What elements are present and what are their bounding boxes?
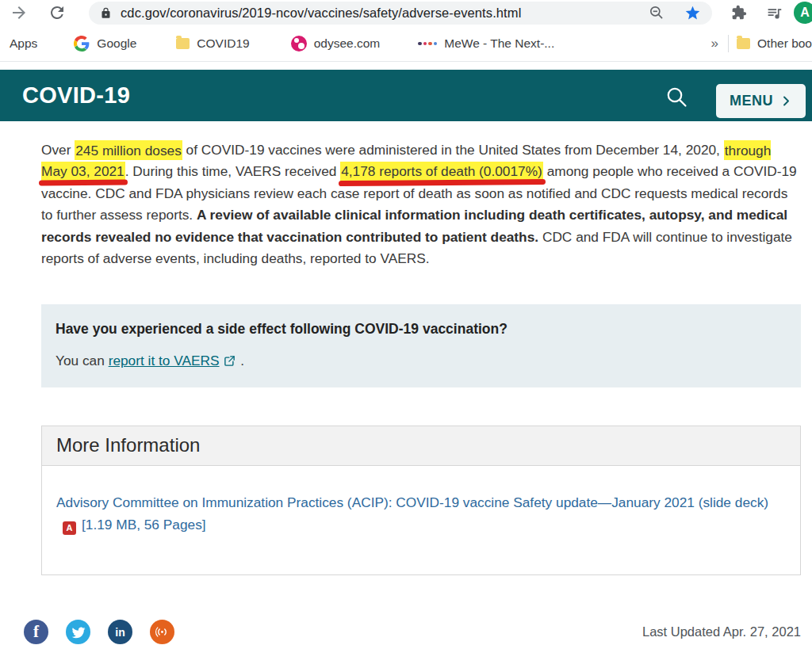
highlight-deaths: 4,178 reports of death (0.0017%) — [340, 162, 543, 181]
paragraph-text: of COVID-19 vaccines were administered i… — [182, 142, 724, 158]
social-icons: f in — [24, 620, 174, 644]
bookmark-label: Google — [97, 36, 136, 51]
callout-text: . — [237, 353, 245, 368]
bookmark-folder-other[interactable]: Other boo — [737, 36, 812, 51]
syndicate-icon[interactable] — [150, 620, 174, 644]
acip-pdf-link[interactable]: Advisory Committee on Immunization Pract… — [56, 494, 768, 532]
bookmark-label: MeWe - The Next-... — [444, 36, 554, 51]
menu-button[interactable]: MENU — [716, 84, 806, 118]
pdf-file-info: [1.19 MB, 56 Pages] — [82, 517, 206, 532]
mewe-icon — [418, 42, 437, 46]
bookmark-label: Other boo — [757, 36, 812, 51]
forward-icon[interactable] — [10, 3, 29, 22]
vaers-link[interactable]: report it to VAERS — [109, 353, 220, 368]
red-underline-deaths: 4,178 reports of death (0.0017%) — [341, 163, 542, 179]
facebook-icon[interactable]: f — [24, 620, 48, 644]
more-information-title: More Information — [42, 426, 800, 466]
folder-icon — [176, 38, 190, 49]
bookmarks-bar: Apps Google COVID19 odysee.com MeWe - Th… — [0, 26, 812, 62]
extensions-puzzle-icon[interactable] — [731, 5, 747, 21]
browser-profile-avatar[interactable]: A — [794, 2, 812, 24]
bookmark-label: COVID19 — [197, 36, 249, 51]
side-effect-callout: Have you experienced a side effect follo… — [41, 304, 801, 387]
callout-text: You can — [56, 353, 109, 368]
bookmarks-divider — [728, 35, 729, 52]
bookmark-mewe[interactable]: MeWe - The Next-... — [418, 36, 554, 51]
bookmark-google[interactable]: Google — [74, 36, 136, 52]
site-search-icon[interactable] — [665, 85, 688, 109]
bookmark-star-icon[interactable] — [684, 5, 701, 21]
lock-icon — [100, 6, 112, 20]
url-text[interactable]: cdc.gov/coronavirus/2019-ncov/vaccines/s… — [121, 6, 642, 21]
media-playlist-icon[interactable] — [766, 5, 783, 21]
google-logo-icon — [74, 36, 90, 52]
paragraph-text: through — [725, 142, 772, 158]
reload-icon[interactable] — [48, 3, 67, 22]
pdf-icon: A — [63, 521, 76, 535]
site-title: COVID-19 — [22, 82, 130, 109]
more-information-box: More Information Advisory Committee on I… — [41, 426, 801, 575]
bookmark-folder-covid19[interactable]: COVID19 — [176, 36, 249, 51]
bookmark-label: Apps — [10, 36, 37, 51]
bookmark-apps[interactable]: Apps — [10, 36, 37, 51]
external-link-icon — [224, 355, 236, 367]
browser-toolbar: cdc.gov/coronavirus/2019-ncov/vaccines/s… — [0, 0, 812, 26]
callout-question: Have you experienced a side effect follo… — [56, 321, 787, 338]
address-bar[interactable]: cdc.gov/coronavirus/2019-ncov/vaccines/s… — [89, 2, 712, 25]
page-footer: f in Last Updated Apr. 27, 2021 — [0, 607, 812, 645]
site-header: COVID-19 — [0, 70, 812, 121]
linkedin-icon[interactable]: in — [108, 620, 132, 644]
last-updated-text: Last Updated Apr. 27, 2021 — [642, 624, 801, 639]
twitter-icon[interactable] — [66, 620, 90, 644]
folder-icon — [737, 38, 750, 49]
acip-link-text: Advisory Committee on Immunization Pract… — [56, 494, 768, 510]
summary-paragraph: Over 245 million doses of COVID-19 vacci… — [41, 139, 801, 269]
red-underline-date: May 03, 2021 — [41, 163, 124, 179]
menu-button-label: MENU — [730, 93, 773, 109]
paragraph-text: . During this time, VAERS received — [125, 163, 340, 179]
highlight-doses: 245 million doses — [75, 140, 182, 160]
bookmark-label: odysee.com — [314, 36, 381, 51]
zoom-out-icon[interactable] — [649, 5, 665, 21]
odysee-icon — [291, 36, 307, 52]
bookmark-odysee[interactable]: odysee.com — [291, 36, 381, 52]
chevron-right-icon — [780, 95, 792, 107]
paragraph-text: Over — [41, 142, 75, 158]
page-content: Over 245 million doses of COVID-19 vacci… — [0, 121, 812, 575]
bookmarks-overflow-chevron[interactable]: » — [707, 36, 723, 52]
more-information-body: Advisory Committee on Immunization Pract… — [42, 466, 800, 574]
callout-report-line: You can report it to VAERS . — [56, 353, 787, 369]
